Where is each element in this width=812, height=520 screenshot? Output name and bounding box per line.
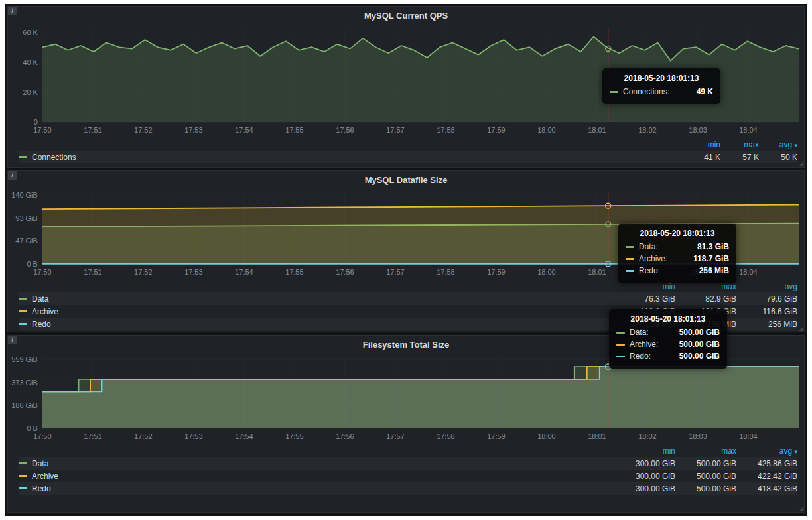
- svg-text:17:57: 17:57: [386, 268, 404, 276]
- legend: minmaxavgData76.3 GiB82.9 GiB79.6 GiBArc…: [8, 280, 804, 330]
- legend-row: Archive112.0 GiB121.0 GiB116.6 GiB: [19, 305, 797, 318]
- svg-text:17:58: 17:58: [437, 432, 454, 440]
- legend-series-name[interactable]: Data: [32, 459, 48, 468]
- chart-area: 0 B47 GiB93 GiB140 GiB17:5017:5117:5217:…: [8, 188, 804, 280]
- legend-stat-value: 82.9 GiB: [675, 294, 736, 304]
- legend-series-name[interactable]: Connections: [32, 153, 76, 162]
- legend-sort-max[interactable]: max: [675, 446, 736, 456]
- svg-text:18:00: 18:00: [537, 126, 555, 134]
- legend-stat-value: 425.86 GiB: [736, 459, 797, 468]
- y-axis-labels: 020 K40 K60 K: [23, 29, 38, 126]
- svg-text:20 K: 20 K: [23, 88, 38, 96]
- y-axis-labels: 0 B47 GiB93 GiB140 GiB: [11, 191, 38, 268]
- svg-text:559 GiB: 559 GiB: [11, 356, 38, 363]
- panel-info-icon[interactable]: i: [8, 336, 17, 344]
- svg-text:18:04: 18:04: [739, 268, 757, 276]
- caret-down-icon: ▾: [794, 448, 797, 455]
- panel-info-icon[interactable]: i: [8, 171, 17, 180]
- svg-text:18:01: 18:01: [588, 126, 606, 134]
- svg-text:140 GiB: 140 GiB: [11, 191, 38, 199]
- legend-series-name[interactable]: Redo: [32, 484, 51, 493]
- svg-text:17:54: 17:54: [235, 268, 253, 276]
- svg-text:17:59: 17:59: [487, 126, 505, 134]
- x-axis-labels: 17:5017:5117:5217:5317:5417:5517:5617:57…: [33, 126, 758, 134]
- legend-header-row: minmaxavg: [19, 280, 797, 292]
- legend-sort-max[interactable]: max: [720, 140, 759, 149]
- legend-stat-value: 79.6 GiB: [736, 294, 797, 304]
- caret-down-icon: ▾: [794, 142, 797, 149]
- legend-stat-value: 50 K: [759, 153, 797, 162]
- legend-row: Archive300.00 GiB500.00 GiB422.42 GiB: [19, 470, 797, 482]
- svg-text:40 K: 40 K: [23, 58, 38, 66]
- svg-text:18:01: 18:01: [588, 432, 606, 440]
- legend-sort-avg[interactable]: avg ▾: [759, 140, 797, 149]
- panel-title[interactable]: Filesystem Total Size: [8, 336, 804, 353]
- x-axis-labels: 17:5017:5117:5217:5317:5417:5517:5617:57…: [33, 268, 758, 276]
- svg-text:17:52: 17:52: [134, 432, 152, 440]
- series-fill-Archive: [42, 205, 799, 265]
- legend-sort-max[interactable]: max: [675, 282, 736, 291]
- legend-row: Redo256 MiB256 MiB256 MiB: [19, 318, 797, 330]
- svg-text:18:04: 18:04: [739, 432, 757, 440]
- x-axis-labels: 17:5017:5117:5217:5317:5417:5517:5617:57…: [33, 432, 758, 440]
- series-fill-Connections: [42, 37, 799, 123]
- filesystem-chart-plot[interactable]: 0 B186 GiB373 GiB559 GiB17:5017:5117:521…: [9, 353, 803, 444]
- legend-stat-value: 418.42 GiB: [736, 484, 797, 493]
- svg-text:18:02: 18:02: [638, 432, 656, 440]
- legend-stat-value: 121.0 GiB: [675, 307, 736, 316]
- legend-sort-avg[interactable]: avg: [736, 282, 797, 291]
- panel-title[interactable]: MySQL Datafile Size: [8, 171, 804, 188]
- legend-stat-value: 256 MiB: [736, 320, 797, 329]
- legend-row: Data300.00 GiB500.00 GiB425.86 GiB: [19, 457, 797, 470]
- svg-text:60 K: 60 K: [23, 29, 38, 36]
- chart-area: 0 B186 GiB373 GiB559 GiB17:5017:5117:521…: [8, 353, 804, 444]
- panel-mysql-current-qps: i MySQL Current QPS 020 K40 K60 K17:5017…: [7, 6, 805, 168]
- legend-sort-min[interactable]: min: [614, 282, 675, 291]
- svg-text:18:02: 18:02: [638, 126, 656, 134]
- svg-text:17:55: 17:55: [285, 432, 303, 440]
- grafana-dashboard: i MySQL Current QPS 020 K40 K60 K17:5017…: [5, 4, 807, 516]
- legend-stat-value: 500.00 GiB: [675, 459, 736, 468]
- panel-mysql-datafile-size: i MySQL Datafile Size 0 B47 GiB93 GiB140…: [7, 170, 805, 332]
- panel-resize-handle[interactable]: ◢: [799, 161, 803, 167]
- y-axis-labels: 0 B186 GiB373 GiB559 GiB: [11, 356, 38, 432]
- legend-sort-avg[interactable]: avg ▾: [736, 446, 797, 456]
- series-color-icon: [19, 475, 27, 477]
- svg-text:17:56: 17:56: [336, 432, 354, 440]
- svg-text:17:56: 17:56: [336, 126, 354, 134]
- svg-text:17:53: 17:53: [184, 126, 202, 134]
- series-color-icon: [19, 487, 27, 489]
- datafile-chart-plot[interactable]: 0 B47 GiB93 GiB140 GiB17:5017:5117:5217:…: [9, 188, 803, 280]
- svg-text:17:57: 17:57: [386, 432, 404, 440]
- svg-text:17:59: 17:59: [487, 432, 505, 440]
- legend-stat-value: 300.00 GiB: [614, 472, 675, 481]
- panel-info-icon[interactable]: i: [8, 7, 17, 15]
- legend-series-name[interactable]: Archive: [32, 472, 58, 481]
- svg-text:17:51: 17:51: [84, 126, 102, 134]
- legend-sort-min[interactable]: min: [682, 140, 720, 149]
- legend-stat-value: 300.00 GiB: [614, 459, 675, 468]
- svg-text:17:51: 17:51: [84, 432, 102, 440]
- series-fill-Redo: [42, 367, 799, 428]
- svg-text:18:01: 18:01: [588, 268, 606, 276]
- legend-stat-value: 57 K: [720, 153, 759, 162]
- qps-chart-plot[interactable]: 020 K40 K60 K17:5017:5117:5217:5317:5417…: [9, 24, 803, 138]
- legend: minmaxavg ▾Connections41 K57 K50 K: [8, 138, 804, 163]
- legend-series-name[interactable]: Redo: [32, 320, 51, 329]
- svg-text:18:03: 18:03: [689, 126, 707, 134]
- legend-header-row: minmaxavg ▾: [19, 138, 797, 151]
- svg-text:17:54: 17:54: [235, 432, 253, 440]
- panel-resize-handle[interactable]: ◢: [799, 326, 803, 332]
- svg-text:0 B: 0 B: [27, 424, 37, 432]
- legend-series-name[interactable]: Archive: [32, 307, 58, 316]
- legend-series-name[interactable]: Data: [32, 294, 48, 304]
- svg-text:17:52: 17:52: [134, 126, 152, 134]
- legend-stat-value: 500.00 GiB: [675, 472, 736, 481]
- legend-stat-value: 41 K: [682, 153, 720, 162]
- legend-sort-min[interactable]: min: [614, 446, 675, 456]
- panel-title[interactable]: MySQL Current QPS: [8, 7, 804, 24]
- series-color-icon: [19, 298, 27, 300]
- panel-filesystem-total-size: i Filesystem Total Size 0 B186 GiB373 Gi…: [7, 335, 805, 513]
- panel-resize-handle[interactable]: ◢: [799, 506, 803, 512]
- legend: minmaxavg ▾Data300.00 GiB500.00 GiB425.8…: [8, 444, 804, 495]
